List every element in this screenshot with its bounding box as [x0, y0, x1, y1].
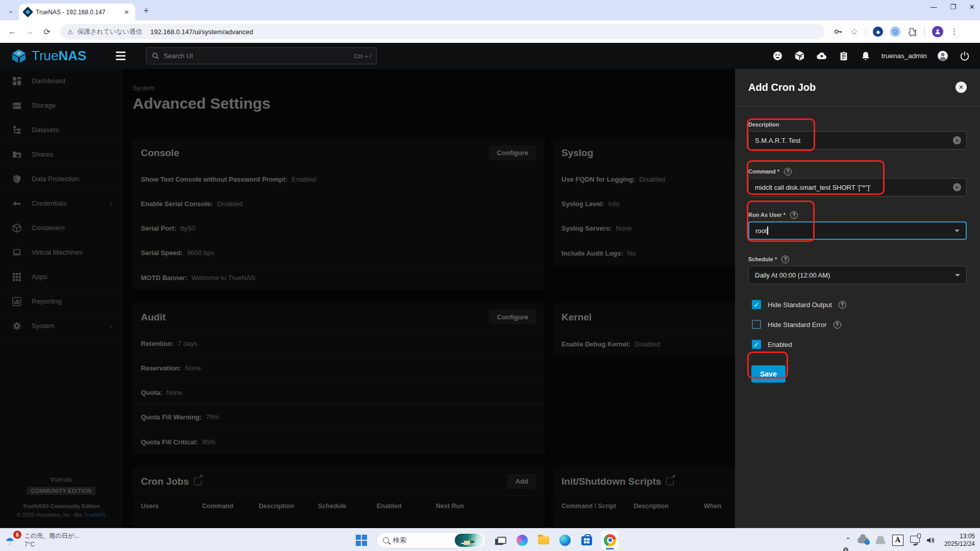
reload-icon[interactable]: ⟳ — [40, 27, 54, 37]
feedback-smiley-icon[interactable] — [772, 50, 784, 62]
help-icon[interactable]: ? — [784, 168, 792, 176]
umbrella-icon: ☂ — [5, 535, 14, 547]
profile-avatar[interactable] — [932, 26, 943, 37]
extension-q-icon[interactable]: Q — [890, 27, 900, 37]
power-icon[interactable] — [959, 50, 971, 62]
toolbar-separator — [865, 27, 866, 36]
schedule-label: Schedule *? — [748, 256, 967, 263]
jobs-clipboard-icon[interactable] — [838, 50, 850, 62]
taskbar-search[interactable]: 検索 — [376, 532, 486, 548]
help-icon[interactable]: ? — [834, 321, 841, 329]
run-as-user-label: Run As User *? — [748, 211, 967, 218]
search-icon — [152, 52, 159, 60]
tab-search-chevron-icon[interactable]: ⌄ — [4, 4, 17, 17]
panel-title: Add Cron Job — [748, 82, 955, 93]
windows-taskbar: ☂ 6 この先、雨の日が... 7°C 検索 ⌃ i ✕ A 13:052025… — [0, 528, 980, 551]
truenas-favicon — [22, 7, 33, 17]
window-minimize-button[interactable]: — — [930, 3, 937, 11]
command-input[interactable]: midclt call disk.smart_test SHORT '["*"]… — [748, 178, 967, 196]
chrome-icon — [604, 534, 616, 546]
clear-icon[interactable]: ✕ — [953, 136, 961, 144]
text-cursor — [767, 227, 768, 235]
modal-dim-overlay[interactable] — [0, 69, 735, 528]
checkbox-unchecked[interactable] — [752, 320, 761, 329]
chevron-down-icon[interactable] — [954, 230, 960, 232]
browser-tab[interactable]: TrueNAS - 192.168.0.147 ✕ — [19, 4, 135, 20]
window-close-button[interactable]: ✕ — [969, 3, 975, 11]
close-icon[interactable]: ✕ — [955, 82, 967, 93]
checkbox-checked[interactable]: ✓ — [752, 340, 761, 349]
weather-temp: 7°C — [24, 541, 79, 548]
copilot-button[interactable] — [516, 534, 529, 547]
clear-icon[interactable]: ✕ — [953, 183, 961, 191]
muted-app-icon[interactable]: ✕ — [875, 536, 886, 544]
description-input[interactable]: S.M.A.R.T. Test ✕ — [748, 131, 967, 149]
tray-chevron-up-icon[interactable]: ⌃ — [845, 536, 851, 544]
help-icon[interactable]: ? — [839, 301, 846, 309]
edge-button[interactable] — [558, 534, 572, 547]
ix-systems-icon[interactable] — [794, 50, 806, 62]
truecommand-cloud-icon[interactable] — [816, 50, 828, 62]
help-icon[interactable]: ? — [790, 211, 798, 219]
not-secure-label[interactable]: 保護されていない通信 — [78, 28, 142, 36]
window-restore-button[interactable]: ❐ — [950, 3, 956, 11]
save-button[interactable]: Save — [751, 365, 786, 383]
store-button[interactable] — [580, 534, 593, 547]
edge-icon — [559, 535, 571, 546]
search-input[interactable]: Search UI Ctrl + / — [146, 47, 377, 64]
onedrive-icon[interactable]: i — [857, 536, 869, 544]
bookmark-star-icon[interactable]: ☆ — [850, 27, 858, 37]
chevron-down-icon[interactable] — [955, 274, 960, 277]
notifications-bell-icon[interactable] — [860, 50, 872, 62]
folder-icon — [538, 536, 549, 544]
back-icon[interactable]: ← — [5, 27, 19, 36]
taskbar-clock[interactable]: 13:052025/12/24 — [944, 533, 975, 548]
add-cron-job-panel: Add Cron Job ✕ Description S.M.A.R.T. Te… — [735, 69, 980, 528]
command-label: Command *? — [748, 168, 967, 175]
notification-badge: 6 — [13, 531, 21, 539]
task-view-button[interactable] — [494, 534, 507, 547]
truenas-brand[interactable]: TrueNAS — [11, 48, 86, 64]
volume-icon[interactable] — [926, 536, 936, 544]
taskbar-search-placeholder: 検索 — [393, 536, 451, 545]
toolbar-separator — [924, 27, 925, 36]
hide-standard-output-checkbox-row: ✓ Hide Standard Output ? — [752, 298, 967, 311]
username-label: truenas_admin — [881, 52, 927, 60]
network-icon[interactable] — [910, 537, 920, 543]
file-explorer-button[interactable] — [537, 534, 550, 547]
ime-icon[interactable]: A — [892, 535, 903, 546]
chrome-button-active[interactable] — [601, 531, 619, 550]
tab-title: TrueNAS - 192.168.0.147 — [36, 9, 119, 16]
truenas-logo-icon — [11, 48, 27, 64]
run-as-user-field-block: Run As User *? root — [748, 211, 967, 240]
brand-text: True — [32, 48, 59, 63]
weather-widget[interactable]: ☂ 6 この先、雨の日が... 7°C — [4, 530, 79, 549]
seasonal-search-graphic[interactable] — [455, 534, 483, 547]
browser-tab-strip: ⌄ TrueNAS - 192.168.0.147 ✕ + — ❐ ✕ — [0, 0, 980, 20]
truenas-header: TrueNAS Search UI Ctrl + / truenas_admin — [0, 43, 980, 69]
forward-icon[interactable]: → — [22, 27, 37, 36]
not-secure-icon: ⚠ — [67, 28, 74, 36]
search-placeholder: Search UI — [163, 52, 350, 60]
browser-toolbar: ← → ⟳ ⚠ 保護されていない通信 192.168.0.147/ui/syst… — [0, 20, 980, 43]
start-button[interactable] — [355, 534, 368, 547]
password-key-icon[interactable] — [833, 27, 843, 37]
checkbox-checked[interactable]: ✓ — [752, 300, 761, 309]
url-bar[interactable]: ⚠ 保護されていない通信 192.168.0.147/ui/system/adv… — [60, 24, 825, 39]
extension-icon[interactable]: ◆ — [873, 27, 883, 37]
description-label: Description — [748, 121, 967, 128]
browser-menu-icon[interactable]: ⋮ — [950, 27, 958, 36]
new-tab-button[interactable]: + — [143, 6, 149, 16]
account-avatar-icon[interactable] — [937, 50, 949, 62]
schedule-select[interactable]: Daily At 00:00 (12:00 AM) — [748, 266, 967, 284]
help-icon[interactable]: ? — [781, 256, 789, 263]
tab-close-icon[interactable]: ✕ — [123, 9, 130, 16]
url-text[interactable]: 192.168.0.147/ui/system/advanced — [150, 28, 253, 36]
store-icon — [581, 536, 592, 545]
search-icon — [383, 537, 389, 543]
windows-logo-icon — [356, 535, 367, 546]
hamburger-menu-icon[interactable] — [116, 52, 126, 60]
command-field-block: Command *? midclt call disk.smart_test S… — [748, 168, 967, 196]
run-as-user-input[interactable]: root — [748, 221, 967, 240]
extensions-puzzle-icon[interactable] — [908, 27, 917, 37]
